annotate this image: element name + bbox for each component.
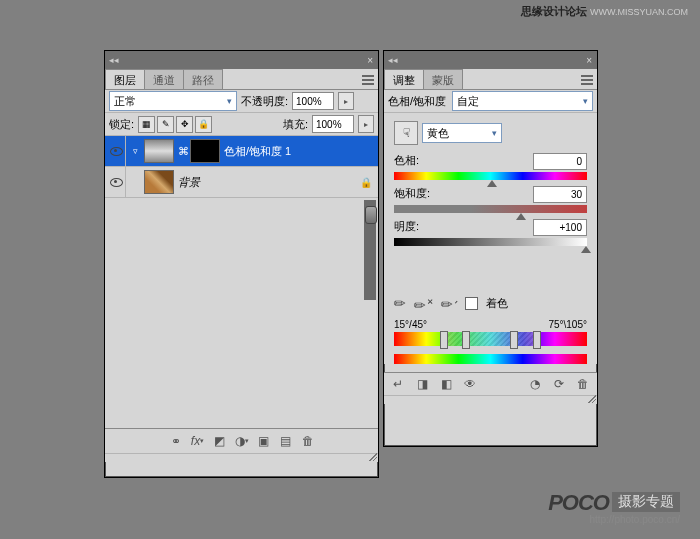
panel-menu-icon[interactable]: [581, 73, 593, 85]
lightness-input[interactable]: +100: [533, 219, 587, 236]
tab-channels[interactable]: 通道: [144, 69, 184, 89]
scrollbar[interactable]: [364, 200, 376, 300]
lock-move-icon[interactable]: ✥: [176, 116, 193, 133]
blend-mode-dropdown[interactable]: 正常 ▾: [109, 91, 237, 111]
tab-masks[interactable]: 蒙版: [423, 69, 463, 89]
adjust-title: 色相/饱和度: [388, 94, 446, 109]
range-labels: 15°/45° 75°\105°: [394, 319, 587, 330]
layers-panel: ◂◂ × 图层 通道 路径 正常 ▾ 不透明度: 100% ▸ 锁定: ▦ ✎ …: [104, 50, 379, 478]
chain-link-icon[interactable]: ⌘: [178, 145, 186, 158]
lightness-slider[interactable]: [394, 238, 587, 246]
add-mask-icon[interactable]: ◩: [212, 433, 228, 449]
new-adjustment-icon[interactable]: ◑▾: [234, 433, 250, 449]
layers-titlebar[interactable]: ◂◂ ×: [105, 51, 378, 69]
hue-label: 色相:: [394, 153, 419, 170]
hue-slider-group: 色相: 0: [394, 153, 587, 180]
new-layer-icon[interactable]: ▤: [278, 433, 294, 449]
expand-view-icon[interactable]: ◨: [414, 376, 430, 392]
layers-bottom-bar: ⚭ fx▾ ◩ ◑▾ ▣ ▤ 🗑: [105, 428, 378, 453]
preset-row: 色相/饱和度 自定 ▾: [384, 90, 597, 113]
hue-input[interactable]: 0: [533, 153, 587, 170]
tab-layers[interactable]: 图层: [105, 69, 145, 89]
layer-row-adjustment[interactable]: ▿ ⌘ 色相/饱和度 1: [105, 136, 378, 167]
fill-scrub-icon[interactable]: ▸: [358, 115, 374, 133]
layer-mask-thumb-icon[interactable]: [190, 139, 220, 163]
watermark-top: 思缘设计论坛 WWW.MISSYUAN.COM: [521, 4, 688, 19]
color-range-slider[interactable]: [394, 332, 587, 346]
color-strip: [394, 354, 587, 364]
close-icon[interactable]: ×: [583, 55, 595, 66]
channel-dropdown[interactable]: 黄色 ▾: [422, 123, 502, 143]
lock-paint-icon[interactable]: ✎: [157, 116, 174, 133]
delete-adjustment-icon[interactable]: 🗑: [575, 376, 591, 392]
image-thumb-icon[interactable]: [144, 170, 174, 194]
link-layers-icon[interactable]: ⚭: [168, 433, 184, 449]
lock-fill-row: 锁定: ▦ ✎ ✥ 🔒 填充: 100% ▸: [105, 113, 378, 136]
layer-row-background[interactable]: 背景 🔒: [105, 167, 378, 198]
toggle-visibility-icon[interactable]: 👁: [462, 376, 478, 392]
close-icon[interactable]: ×: [364, 55, 376, 66]
chevron-down-icon: ▾: [583, 96, 588, 106]
clip-to-layer-icon[interactable]: ◧: [438, 376, 454, 392]
lightness-label: 明度:: [394, 219, 419, 236]
visibility-eye-icon[interactable]: [110, 178, 123, 187]
resize-grip-icon[interactable]: [105, 453, 378, 462]
lock-label: 锁定:: [109, 117, 134, 132]
chevron-down-icon: ▾: [227, 96, 232, 106]
opacity-input[interactable]: 100%: [292, 92, 334, 110]
adjust-tabbar: 调整 蒙版: [384, 69, 597, 90]
visibility-eye-icon[interactable]: [110, 147, 123, 156]
tab-paths[interactable]: 路径: [183, 69, 223, 89]
new-group-icon[interactable]: ▣: [256, 433, 272, 449]
eyedropper-add-icon[interactable]: ✎+: [410, 290, 437, 317]
layer-name[interactable]: 背景: [178, 175, 200, 190]
saturation-label: 饱和度:: [394, 186, 430, 203]
fill-input[interactable]: 100%: [312, 115, 354, 133]
layer-style-icon[interactable]: fx▾: [190, 433, 206, 449]
colorize-label: 着色: [486, 296, 508, 311]
saturation-input[interactable]: 30: [533, 186, 587, 203]
colorize-checkbox[interactable]: [465, 297, 478, 310]
saturation-slider-group: 饱和度: 30: [394, 186, 587, 213]
lock-transparent-icon[interactable]: ▦: [138, 116, 155, 133]
layer-list: ▿ ⌘ 色相/饱和度 1 背景 🔒: [105, 136, 378, 428]
watermark-bottom: POCO 摄影专题 http://photo.poco.cn/: [548, 490, 680, 525]
adjustment-thumb-icon[interactable]: [144, 139, 174, 163]
fill-label: 填充:: [283, 117, 308, 132]
range-left-label: 15°/45°: [394, 319, 427, 330]
resize-grip-icon[interactable]: [384, 395, 597, 404]
panel-menu-icon[interactable]: [362, 73, 374, 85]
channel-value: 黄色: [427, 126, 449, 141]
lock-indicator-icon: 🔒: [360, 177, 372, 188]
adjust-titlebar[interactable]: ◂◂ ×: [384, 51, 597, 69]
hue-slider[interactable]: [394, 172, 587, 180]
adjust-body: ☟ 黄色 ▾ 色相: 0 饱和度: 30 明度: +100: [384, 113, 597, 364]
eyedropper-subtract-icon[interactable]: ✎-: [436, 291, 461, 316]
return-icon[interactable]: ↵: [390, 376, 406, 392]
scrollbar-thumb[interactable]: [365, 206, 377, 224]
layers-tabbar: 图层 通道 路径: [105, 69, 378, 90]
lock-all-icon[interactable]: 🔒: [195, 116, 212, 133]
preset-dropdown[interactable]: 自定 ▾: [452, 91, 593, 111]
lock-icons-group: ▦ ✎ ✥ 🔒: [138, 116, 212, 133]
targeted-adjust-icon[interactable]: ☟: [394, 121, 418, 145]
blend-opacity-row: 正常 ▾ 不透明度: 100% ▸: [105, 90, 378, 113]
previous-state-icon[interactable]: ◔: [527, 376, 543, 392]
opacity-scrub-icon[interactable]: ▸: [338, 92, 354, 110]
collapse-icon[interactable]: ◂◂: [107, 55, 121, 65]
eyedropper-row: ✎ ✎+ ✎- 着色: [394, 294, 587, 313]
saturation-slider[interactable]: [394, 205, 587, 213]
adjust-bottom-bar: ↵ ◨ ◧ 👁 ◔ ⟳ 🗑: [384, 372, 597, 395]
collapse-icon[interactable]: ◂◂: [386, 55, 400, 65]
eyedropper-icon[interactable]: ✎: [390, 293, 410, 313]
adjustments-panel: ◂◂ × 调整 蒙版 色相/饱和度 自定 ▾ ☟ 黄色 ▾ 色相: 0: [383, 50, 598, 447]
range-right-label: 75°\105°: [548, 319, 587, 330]
tab-adjustments[interactable]: 调整: [384, 69, 424, 89]
reset-icon[interactable]: ⟳: [551, 376, 567, 392]
layer-name[interactable]: 色相/饱和度 1: [224, 144, 291, 159]
expand-icon[interactable]: ▿: [130, 146, 140, 156]
delete-layer-icon[interactable]: 🗑: [300, 433, 316, 449]
layer-list-empty: [105, 198, 378, 428]
chevron-down-icon: ▾: [492, 128, 497, 138]
opacity-label: 不透明度:: [241, 94, 288, 109]
